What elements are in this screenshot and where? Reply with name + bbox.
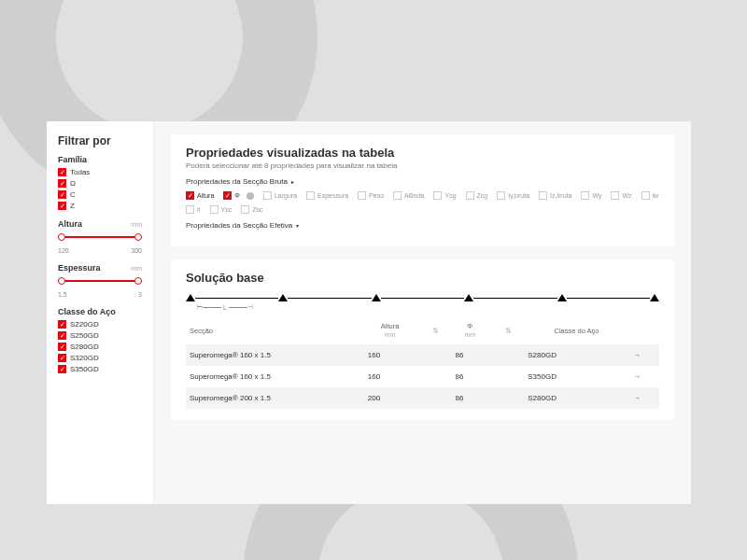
cell-phi: 86	[451, 344, 488, 366]
property-checkbox[interactable]: Espessura	[306, 191, 348, 200]
checkbox-icon	[186, 205, 194, 214]
col-phi[interactable]: Φmm	[451, 316, 488, 344]
filter-altura-title: Altura	[58, 219, 82, 229]
property-checkbox[interactable]: ✓Φ	[223, 191, 254, 200]
checkbox-icon	[497, 191, 505, 200]
filter-classe-title: Classe do Aço	[58, 307, 142, 316]
checkbox-icon: ✓	[58, 320, 66, 329]
col-altura[interactable]: Alturamm	[364, 316, 416, 344]
checkbox-icon	[539, 191, 547, 200]
checkbox-icon: ✓	[58, 202, 66, 210]
checkbox-icon: ✓	[58, 179, 66, 188]
support-icon	[557, 294, 567, 301]
col-sort[interactable]: ⇅	[416, 316, 451, 344]
col-seccao[interactable]: Secção	[186, 316, 364, 344]
table-row: Superomega® 160 x 1.516086S350GD→	[186, 366, 659, 387]
solution-title: Solução base	[186, 271, 659, 285]
familia-option-todas[interactable]: ✓Todas	[58, 168, 142, 176]
col-classe[interactable]: Classe do Aço	[524, 316, 629, 344]
property-checkbox[interactable]: Zcg	[466, 191, 488, 200]
classe-option[interactable]: ✓S250GD	[58, 331, 142, 340]
main-content: Propriedades visualizadas na tabela Pode…	[154, 121, 691, 504]
filter-espessura-title: Espessura	[58, 263, 101, 273]
property-checkbox[interactable]: Iz,bruta	[539, 191, 571, 200]
row-open-icon[interactable]: →	[633, 351, 641, 359]
section-bruta-toggle[interactable]: Propriedades da Secção Bruta ▸	[186, 177, 659, 186]
filter-classe: Classe do Aço ✓S220GD ✓S250GD ✓S280GD ✓S…	[58, 307, 142, 373]
filter-familia-title: Família	[58, 155, 142, 164]
property-checkbox[interactable]: Iy,bruta	[497, 191, 529, 200]
checkbox-icon: ✓	[58, 168, 66, 176]
cell-phi: 86	[451, 387, 488, 409]
cell-classe: S280GD	[524, 344, 629, 366]
checkbox-icon	[306, 191, 315, 200]
properties-card: Propriedades visualizadas na tabela Pode…	[171, 134, 674, 246]
classe-option[interactable]: ✓S320GD	[58, 354, 142, 362]
cell-altura: 200	[364, 387, 416, 409]
checkbox-icon	[393, 191, 402, 200]
checkbox-icon	[210, 205, 218, 214]
cell-classe: S280GD	[524, 387, 629, 409]
checkbox-icon	[611, 191, 619, 200]
property-checkbox[interactable]: iw	[641, 191, 659, 200]
familia-option-z[interactable]: ✓Z	[58, 202, 142, 210]
support-icon	[464, 294, 473, 301]
table-row: Superomega® 200 x 1.520086S280GD→	[186, 387, 659, 409]
espessura-slider[interactable]	[58, 276, 142, 289]
row-open-icon[interactable]: →	[633, 394, 641, 402]
property-checkbox[interactable]: it	[186, 205, 201, 214]
checkbox-icon	[241, 205, 249, 214]
property-checkbox[interactable]: Wy	[581, 191, 601, 200]
property-checkbox[interactable]: ABruta	[393, 191, 424, 200]
support-icon	[186, 294, 195, 301]
cell-altura: 160	[364, 366, 416, 387]
row-open-icon[interactable]: →	[633, 372, 641, 381]
support-icon	[372, 294, 381, 301]
section-efetiva-toggle[interactable]: Propriedades da Secção Efetiva ▾	[186, 221, 659, 230]
solution-card: Solução base ⊢L⊣ Secção Alturamm ⇅ Φmm	[171, 259, 674, 420]
checkbox-icon: ✓	[223, 191, 232, 200]
familia-option-omega[interactable]: ✓Ω	[58, 179, 142, 188]
sidebar-title: Filtrar por	[58, 134, 142, 147]
hint-dot-icon	[247, 192, 254, 200]
familia-option-c[interactable]: ✓C	[58, 190, 142, 199]
altura-slider[interactable]	[58, 232, 142, 245]
property-checkbox[interactable]: Largura	[263, 191, 297, 200]
checkbox-icon	[581, 191, 589, 200]
properties-subtitle: Poderá seleccionar até 8 propriedades pa…	[186, 161, 659, 170]
classe-option[interactable]: ✓S220GD	[58, 320, 142, 329]
filter-familia: Família ✓Todas ✓Ω ✓C ✓Z	[58, 155, 142, 210]
support-icon	[650, 294, 659, 301]
property-checkbox[interactable]: Ysc	[210, 205, 233, 214]
support-icon	[278, 294, 288, 301]
checkbox-icon	[433, 191, 442, 200]
checkbox-icon: ✓	[58, 190, 66, 199]
checkbox-icon: ✓	[186, 191, 194, 200]
app-panel: Filtrar por Família ✓Todas ✓Ω ✓C ✓Z Altu…	[47, 121, 691, 504]
property-checkbox[interactable]: Ycg	[433, 191, 456, 200]
table-row: Superomega® 160 x 1.516086S280GD→	[186, 344, 659, 366]
property-checkbox[interactable]: Zsc	[241, 205, 262, 214]
filter-espessura: Espessuramm 1.53	[58, 263, 142, 298]
checkbox-icon	[641, 191, 650, 200]
filter-altura: Alturamm 120300	[58, 219, 142, 254]
property-checkbox[interactable]: Wz	[611, 191, 631, 200]
checkbox-icon	[263, 191, 272, 200]
classe-option[interactable]: ✓S280GD	[58, 343, 142, 351]
chevron-down-icon: ▾	[294, 223, 299, 229]
property-checkbox[interactable]: ✓Altura	[186, 191, 214, 200]
col-sort[interactable]: ⇅	[488, 316, 524, 344]
filter-altura-unit: mm	[131, 221, 142, 228]
filter-sidebar: Filtrar por Família ✓Todas ✓Ω ✓C ✓Z Altu…	[47, 121, 154, 504]
property-checkbox[interactable]: Peso	[358, 191, 384, 200]
classe-option[interactable]: ✓S350GD	[58, 365, 142, 373]
checkbox-icon: ✓	[58, 354, 66, 362]
span-length-indicator: ⊢L⊣	[197, 303, 253, 311]
filter-espessura-unit: mm	[131, 265, 142, 272]
cell-seccao: Superomega® 160 x 1.5	[186, 344, 364, 366]
sort-icon: ⇅	[432, 327, 439, 335]
cell-altura: 160	[364, 344, 416, 366]
checkbox-icon	[358, 191, 366, 200]
chevron-right-icon: ▸	[289, 179, 294, 185]
property-checkbox-row: ✓Altura✓ΦLarguraEspessuraPesoABrutaYcgZc…	[186, 191, 659, 214]
